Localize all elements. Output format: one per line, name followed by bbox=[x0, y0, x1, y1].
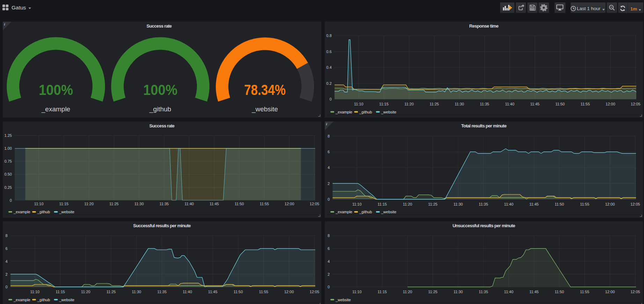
svg-text:2: 2 bbox=[327, 272, 329, 276]
svg-text:11:40: 11:40 bbox=[505, 102, 514, 106]
svg-text:11:30: 11:30 bbox=[453, 202, 463, 206]
svg-text:_example: _example bbox=[335, 209, 352, 214]
svg-text:11:55: 11:55 bbox=[259, 202, 269, 206]
svg-text:11:15: 11:15 bbox=[378, 290, 387, 294]
svg-text:4: 4 bbox=[5, 259, 7, 264]
svg-text:2: 2 bbox=[5, 272, 7, 276]
svg-text:11:15: 11:15 bbox=[378, 202, 387, 206]
svg-text:12:00: 12:00 bbox=[605, 202, 615, 206]
svg-text:_github: _github bbox=[149, 105, 171, 113]
svg-text:1.00: 1.00 bbox=[4, 146, 12, 150]
svg-text:_website: _website bbox=[381, 209, 396, 214]
svg-text:11:55: 11:55 bbox=[580, 290, 589, 294]
svg-text:0: 0 bbox=[5, 285, 7, 289]
svg-text:11:55: 11:55 bbox=[259, 290, 268, 294]
svg-text:11:35: 11:35 bbox=[480, 102, 489, 106]
svg-text:100%: 100% bbox=[39, 82, 73, 98]
svg-text:11:20: 11:20 bbox=[84, 202, 94, 206]
svg-text:0.75: 0.75 bbox=[4, 159, 12, 163]
svg-text:11:10: 11:10 bbox=[34, 202, 43, 206]
svg-text:11:45: 11:45 bbox=[529, 290, 539, 294]
svg-text:11:50: 11:50 bbox=[555, 290, 564, 294]
svg-text:11:30: 11:30 bbox=[134, 202, 144, 206]
svg-text:0.25: 0.25 bbox=[4, 185, 12, 189]
svg-text:11:35: 11:35 bbox=[157, 290, 167, 294]
svg-text:_example: _example bbox=[335, 110, 352, 114]
svg-text:11:45: 11:45 bbox=[210, 202, 219, 206]
svg-text:11:40: 11:40 bbox=[183, 290, 192, 294]
svg-text:11:30: 11:30 bbox=[453, 290, 463, 294]
svg-text:0.6: 0.6 bbox=[326, 50, 331, 54]
svg-text:11:25: 11:25 bbox=[428, 290, 437, 294]
svg-text:_website: _website bbox=[335, 298, 351, 302]
svg-text:0: 0 bbox=[327, 197, 329, 201]
svg-text:11:15: 11:15 bbox=[56, 290, 65, 294]
svg-text:11:25: 11:25 bbox=[428, 202, 437, 206]
svg-text:11:10: 11:10 bbox=[354, 102, 363, 106]
svg-text:12:00: 12:00 bbox=[606, 102, 615, 106]
svg-text:8: 8 bbox=[327, 233, 329, 238]
svg-text:11:25: 11:25 bbox=[429, 102, 439, 106]
svg-text:11:40: 11:40 bbox=[504, 290, 513, 294]
svg-text:11:40: 11:40 bbox=[504, 202, 513, 206]
svg-text:_example: _example bbox=[13, 298, 30, 302]
svg-text:11:45: 11:45 bbox=[208, 290, 217, 294]
svg-text:11:25: 11:25 bbox=[106, 290, 116, 294]
svg-text:0.4: 0.4 bbox=[326, 65, 331, 69]
svg-text:6: 6 bbox=[327, 150, 329, 154]
svg-text:12:00: 12:00 bbox=[284, 290, 294, 294]
svg-text:11:25: 11:25 bbox=[109, 202, 119, 206]
svg-text:1.25: 1.25 bbox=[4, 133, 12, 138]
svg-text:_website: _website bbox=[381, 110, 396, 114]
svg-text:_github: _github bbox=[359, 209, 372, 214]
svg-text:11:50: 11:50 bbox=[234, 202, 244, 206]
svg-text:8: 8 bbox=[5, 233, 7, 238]
svg-text:12:00: 12:00 bbox=[605, 290, 615, 294]
svg-text:11:55: 11:55 bbox=[580, 102, 590, 106]
svg-text:_website: _website bbox=[251, 105, 278, 113]
svg-text:_github: _github bbox=[37, 209, 50, 214]
svg-text:0: 0 bbox=[327, 285, 329, 289]
svg-text:0.2: 0.2 bbox=[326, 81, 331, 86]
svg-text:11:40: 11:40 bbox=[184, 202, 194, 206]
svg-text:_website: _website bbox=[59, 298, 74, 302]
svg-text:11:35: 11:35 bbox=[478, 290, 488, 294]
svg-text:4: 4 bbox=[327, 259, 329, 264]
svg-text:_github: _github bbox=[37, 298, 50, 302]
svg-text:78.34%: 78.34% bbox=[244, 82, 285, 98]
svg-text:_example: _example bbox=[13, 209, 30, 214]
svg-text:11:55: 11:55 bbox=[580, 202, 589, 206]
svg-text:11:35: 11:35 bbox=[159, 202, 169, 206]
svg-text:11:45: 11:45 bbox=[530, 102, 540, 106]
svg-text:11:20: 11:20 bbox=[403, 290, 412, 294]
svg-text:11:30: 11:30 bbox=[132, 290, 141, 294]
svg-text:11:35: 11:35 bbox=[478, 202, 488, 206]
svg-text:8: 8 bbox=[327, 134, 329, 138]
svg-text:12:05: 12:05 bbox=[309, 202, 319, 206]
svg-text:11:30: 11:30 bbox=[455, 102, 464, 106]
svg-text:11:10: 11:10 bbox=[352, 202, 361, 206]
svg-text:11:50: 11:50 bbox=[555, 102, 565, 106]
svg-text:11:50: 11:50 bbox=[555, 202, 564, 206]
svg-text:11:15: 11:15 bbox=[59, 202, 68, 206]
svg-text:11:20: 11:20 bbox=[81, 290, 90, 294]
svg-text:_example: _example bbox=[41, 105, 70, 113]
svg-text:12:05: 12:05 bbox=[631, 102, 641, 106]
svg-text:6: 6 bbox=[327, 246, 329, 251]
svg-text:11:10: 11:10 bbox=[30, 290, 39, 294]
svg-text:0: 0 bbox=[329, 97, 331, 101]
svg-text:_github: _github bbox=[359, 110, 372, 114]
svg-text:0.50: 0.50 bbox=[4, 172, 12, 176]
svg-text:12:05: 12:05 bbox=[309, 290, 319, 294]
svg-text:11:50: 11:50 bbox=[233, 290, 243, 294]
svg-text:11:10: 11:10 bbox=[352, 290, 361, 294]
svg-text:11:20: 11:20 bbox=[404, 102, 414, 106]
svg-text:6: 6 bbox=[5, 246, 7, 251]
svg-text:_website: _website bbox=[59, 209, 74, 214]
svg-text:2: 2 bbox=[327, 181, 329, 185]
svg-text:4: 4 bbox=[327, 165, 329, 170]
svg-text:0.8: 0.8 bbox=[326, 34, 331, 38]
svg-text:12:00: 12:00 bbox=[284, 202, 294, 206]
svg-text:11:15: 11:15 bbox=[379, 102, 388, 106]
svg-text:100%: 100% bbox=[143, 82, 177, 98]
